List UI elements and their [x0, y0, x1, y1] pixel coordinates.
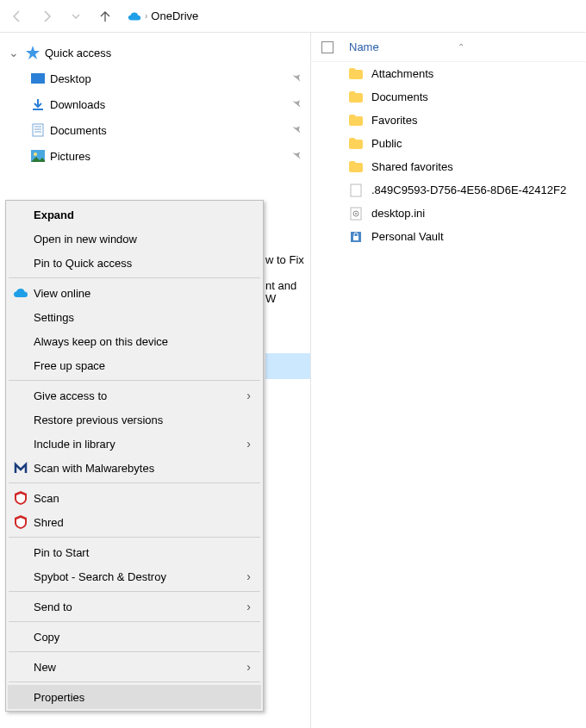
pin-icon	[283, 125, 310, 135]
chevron-right-icon: ›	[246, 389, 251, 402]
ctx-pin-quick-access[interactable]: Pin to Quick access	[8, 251, 261, 275]
chevron-right-icon: ›	[246, 569, 251, 583]
ctx-give-access-to[interactable]: Give access to›	[8, 383, 261, 408]
file-row[interactable]: Attachments	[311, 62, 586, 85]
svg-rect-1	[33, 109, 43, 110]
obscured-text: nt and W	[265, 279, 310, 305]
chevron-right-icon: ›	[246, 660, 251, 674]
separator	[9, 537, 260, 538]
ctx-open-new-window[interactable]: Open in new window	[8, 227, 261, 251]
tree-item-downloads[interactable]: Downloads	[0, 91, 310, 117]
folder-icon	[349, 114, 363, 128]
file-row[interactable]: .849C9593-D756-4E56-8D6E-42412F2	[311, 178, 586, 202]
mcafee-icon	[13, 514, 28, 530]
sort-indicator-icon: ⌃	[458, 42, 464, 52]
onedrive-icon	[13, 285, 28, 301]
ctx-free-up-space[interactable]: Free up space	[8, 353, 261, 377]
ctx-send-to[interactable]: Send to›	[8, 594, 261, 619]
malwarebytes-icon	[13, 460, 28, 476]
desktop-icon	[31, 72, 45, 85]
selected-row-fragment	[265, 353, 310, 379]
column-name[interactable]: Name	[349, 40, 379, 53]
file-label: Documents	[371, 90, 428, 103]
chevron-down-icon: ⌄	[9, 46, 21, 59]
file-label: Public	[371, 137, 402, 150]
file-icon	[349, 184, 363, 197]
tree-item-documents[interactable]: Documents	[0, 117, 310, 143]
ctx-view-online[interactable]: View online	[8, 281, 261, 305]
separator	[9, 380, 260, 381]
svg-rect-2	[33, 124, 43, 136]
ctx-scan-malwarebytes[interactable]: Scan with Malwarebytes	[8, 456, 261, 480]
tree-item-desktop[interactable]: Desktop	[0, 65, 310, 91]
svg-rect-8	[351, 184, 361, 196]
ctx-shred[interactable]: Shred	[8, 510, 261, 534]
ctx-new[interactable]: New›	[8, 655, 261, 679]
breadcrumb-location[interactable]: OneDrive	[151, 9, 198, 22]
content-pane: Name ⌃ AttachmentsDocumentsFavoritesPubl…	[310, 33, 586, 728]
pin-icon	[283, 151, 310, 161]
svg-point-11	[355, 213, 357, 215]
recent-dropdown[interactable]	[64, 4, 88, 28]
ctx-pin-to-start[interactable]: Pin to Start	[8, 540, 261, 564]
separator	[9, 591, 260, 592]
tree-label: Documents	[50, 124, 277, 137]
breadcrumb[interactable]: › OneDrive	[122, 5, 581, 28]
svg-rect-13	[353, 236, 358, 240]
ctx-properties[interactable]: Properties	[8, 685, 261, 709]
tree-quick-access[interactable]: ⌄ Quick access	[0, 40, 310, 65]
file-label: Shared favorites	[371, 160, 453, 173]
file-row[interactable]: Favorites	[311, 109, 586, 132]
file-label: Favorites	[371, 114, 417, 127]
onedrive-icon	[128, 9, 141, 23]
up-button[interactable]	[93, 4, 117, 28]
file-row[interactable]: Shared favorites	[311, 155, 586, 178]
column-header[interactable]: Name ⌃	[311, 33, 586, 62]
tree-label: Desktop	[50, 72, 277, 85]
folder-icon	[349, 137, 363, 151]
documents-icon	[31, 123, 45, 137]
ctx-settings[interactable]: Settings	[8, 305, 261, 329]
separator	[9, 482, 260, 483]
ctx-scan[interactable]: Scan	[8, 486, 261, 510]
ctx-restore-previous[interactable]: Restore previous versions	[8, 408, 261, 432]
context-menu: Expand Open in new window Pin to Quick a…	[5, 200, 264, 712]
ctx-always-keep[interactable]: Always keep on this device	[8, 329, 261, 353]
nav-toolbar: › OneDrive	[0, 0, 586, 33]
separator	[9, 651, 260, 652]
pin-icon	[283, 99, 310, 109]
file-label: Attachments	[371, 67, 433, 80]
tree-item-pictures[interactable]: Pictures	[0, 143, 310, 169]
file-row[interactable]: Personal Vault	[311, 225, 586, 248]
ctx-include-library[interactable]: Include in library›	[8, 432, 261, 456]
folder-icon	[349, 160, 363, 174]
file-label: .849C9593-D756-4E56-8D6E-42412F2	[371, 184, 566, 196]
forward-button[interactable]	[34, 4, 59, 28]
chevron-right-icon: ›	[246, 437, 251, 451]
ctx-expand[interactable]: Expand	[8, 202, 261, 227]
svg-point-7	[34, 152, 37, 156]
ctx-spybot[interactable]: Spybot - Search & Destroy›	[8, 564, 261, 588]
file-row[interactable]: desktop.ini	[311, 202, 586, 225]
pictures-icon	[31, 149, 45, 163]
svg-rect-0	[31, 73, 45, 84]
select-all-checkbox[interactable]	[321, 41, 334, 53]
file-label: Personal Vault	[371, 230, 444, 243]
separator	[9, 681, 260, 682]
separator	[9, 621, 260, 622]
downloads-icon	[31, 97, 45, 111]
folder-icon	[349, 90, 363, 104]
chevron-right-icon: ›	[145, 11, 147, 21]
back-button[interactable]	[5, 4, 29, 28]
file-label: desktop.ini	[371, 207, 425, 220]
tree-label: Quick access	[45, 47, 310, 59]
file-row[interactable]: Public	[311, 132, 586, 155]
ini-icon	[349, 207, 363, 221]
file-row[interactable]: Documents	[311, 85, 586, 109]
separator	[9, 277, 260, 278]
ctx-copy[interactable]: Copy	[8, 625, 261, 649]
folder-icon	[349, 67, 363, 81]
tree-label: Pictures	[50, 150, 277, 163]
mcafee-icon	[13, 490, 28, 506]
quick-access-icon	[26, 46, 40, 59]
